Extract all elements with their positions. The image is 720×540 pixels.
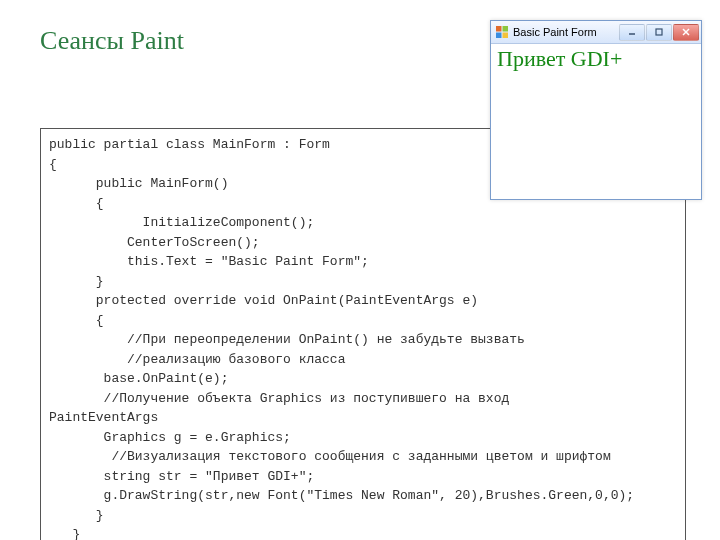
svg-rect-2	[496, 33, 502, 39]
code-line: {	[49, 157, 57, 172]
svg-rect-1	[503, 26, 509, 32]
code-line: Graphics g = e.Graphics;	[49, 430, 291, 445]
code-line: //Визуализация текстового сообщения с за…	[49, 449, 611, 464]
code-line: public MainForm()	[49, 176, 228, 191]
code-line: {	[49, 313, 104, 328]
code-line: //При переопределении OnPaint() не забуд…	[49, 332, 525, 347]
slide-title: Сеансы Paint	[40, 26, 184, 56]
svg-rect-3	[503, 33, 509, 39]
code-line: string str = "Привет GDI+";	[49, 469, 314, 484]
window-title: Basic Paint Form	[513, 26, 619, 38]
maximize-button[interactable]	[646, 24, 672, 41]
code-line: public partial class MainForm : Form	[49, 137, 330, 152]
app-window: Basic Paint Form Привет GDI+	[490, 20, 702, 200]
code-line: protected override void OnPaint(PaintEve…	[49, 293, 478, 308]
code-line: //Получение объекта Graphics из поступив…	[49, 391, 509, 406]
code-line: CenterToScreen();	[49, 235, 260, 250]
window-titlebar[interactable]: Basic Paint Form	[491, 21, 701, 44]
code-line: this.Text = "Basic Paint Form";	[49, 254, 369, 269]
code-line: InitializeComponent();	[49, 215, 314, 230]
code-line: }	[49, 508, 104, 523]
code-line: base.OnPaint(e);	[49, 371, 228, 386]
app-icon	[495, 25, 509, 39]
window-client-area: Привет GDI+	[491, 44, 701, 74]
code-line: }	[49, 274, 104, 289]
close-button[interactable]	[673, 24, 699, 41]
code-line: g.DrawString(str,new Font("Times New Rom…	[49, 488, 634, 503]
window-buttons	[619, 24, 699, 41]
code-line: //реализацию базового класса	[49, 352, 345, 367]
window-body-text: Привет GDI+	[497, 46, 622, 71]
minimize-button[interactable]	[619, 24, 645, 41]
code-line: }	[49, 527, 80, 540]
code-line: {	[49, 196, 104, 211]
svg-rect-5	[656, 29, 662, 35]
code-line: PaintEventArgs	[49, 410, 158, 425]
svg-rect-0	[496, 26, 502, 32]
slide: Сеансы Paint public partial class MainFo…	[0, 0, 720, 540]
